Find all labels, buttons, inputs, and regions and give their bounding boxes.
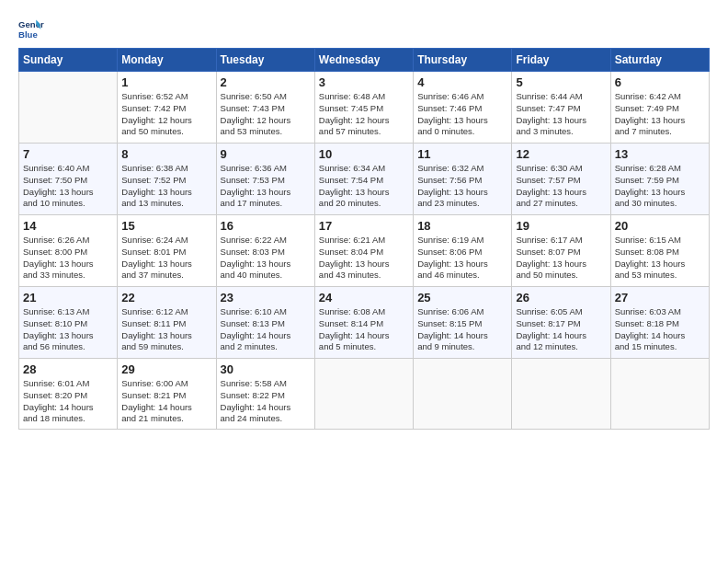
- cell-details: Sunrise: 6:24 AMSunset: 8:01 PMDaylight:…: [121, 235, 211, 282]
- cell-details: Sunrise: 6:19 AMSunset: 8:06 PMDaylight:…: [417, 235, 507, 282]
- cell-details: Sunrise: 6:40 AMSunset: 7:50 PMDaylight:…: [23, 163, 113, 210]
- cell-details: Sunrise: 6:01 AMSunset: 8:20 PMDaylight:…: [23, 378, 113, 425]
- day-number: 15: [121, 219, 211, 233]
- calendar-cell: [610, 359, 709, 430]
- calendar-cell: 5Sunrise: 6:44 AMSunset: 7:47 PMDaylight…: [512, 72, 610, 144]
- day-number: 2: [221, 75, 311, 89]
- weekday-header-cell: Tuesday: [216, 49, 314, 72]
- calendar-cell: 30Sunrise: 5:58 AMSunset: 8:22 PMDayligh…: [216, 359, 314, 430]
- weekday-header-cell: Sunday: [19, 49, 118, 72]
- day-number: 19: [516, 219, 606, 233]
- calendar-cell: 9Sunrise: 6:36 AMSunset: 7:53 PMDaylight…: [216, 144, 314, 215]
- header-row: General Blue: [18, 17, 710, 42]
- calendar-week-row: 14Sunrise: 6:26 AMSunset: 8:00 PMDayligh…: [19, 215, 710, 287]
- day-number: 17: [319, 219, 409, 233]
- cell-details: Sunrise: 6:17 AMSunset: 8:07 PMDaylight:…: [516, 235, 606, 282]
- calendar-cell: 1Sunrise: 6:52 AMSunset: 7:42 PMDaylight…: [118, 72, 216, 144]
- calendar-cell: [414, 359, 512, 430]
- cell-details: Sunrise: 6:13 AMSunset: 8:10 PMDaylight:…: [23, 306, 113, 353]
- calendar-cell: 13Sunrise: 6:28 AMSunset: 7:59 PMDayligh…: [610, 144, 709, 215]
- calendar-week-row: 1Sunrise: 6:52 AMSunset: 7:42 PMDaylight…: [19, 72, 710, 144]
- day-number: 24: [319, 291, 409, 304]
- cell-details: Sunrise: 6:34 AMSunset: 7:54 PMDaylight:…: [319, 163, 409, 210]
- weekday-header-cell: Monday: [118, 49, 216, 72]
- calendar-cell: 10Sunrise: 6:34 AMSunset: 7:54 PMDayligh…: [314, 144, 413, 215]
- calendar-cell: 19Sunrise: 6:17 AMSunset: 8:07 PMDayligh…: [512, 215, 610, 287]
- day-number: 23: [221, 291, 311, 304]
- day-number: 10: [319, 147, 409, 161]
- calendar-table: SundayMondayTuesdayWednesdayThursdayFrid…: [18, 48, 710, 430]
- day-number: 3: [319, 75, 409, 89]
- cell-details: Sunrise: 6:12 AMSunset: 8:11 PMDaylight:…: [121, 306, 211, 353]
- cell-details: Sunrise: 6:36 AMSunset: 7:53 PMDaylight:…: [221, 163, 311, 210]
- calendar-cell: 2Sunrise: 6:50 AMSunset: 7:43 PMDaylight…: [216, 72, 314, 144]
- cell-details: Sunrise: 6:48 AMSunset: 7:45 PMDaylight:…: [319, 91, 409, 138]
- day-number: 29: [121, 362, 211, 376]
- day-number: 1: [121, 75, 211, 89]
- calendar-cell: 27Sunrise: 6:03 AMSunset: 8:18 PMDayligh…: [610, 287, 709, 359]
- day-number: 27: [615, 291, 705, 304]
- weekday-header-row: SundayMondayTuesdayWednesdayThursdayFrid…: [19, 49, 710, 72]
- day-number: 11: [417, 147, 507, 161]
- cell-details: Sunrise: 6:52 AMSunset: 7:42 PMDaylight:…: [121, 91, 211, 138]
- cell-details: Sunrise: 6:26 AMSunset: 8:00 PMDaylight:…: [23, 235, 113, 282]
- calendar-week-row: 28Sunrise: 6:01 AMSunset: 8:20 PMDayligh…: [19, 359, 710, 430]
- calendar-cell: 23Sunrise: 6:10 AMSunset: 8:13 PMDayligh…: [216, 287, 314, 359]
- calendar-cell: 18Sunrise: 6:19 AMSunset: 8:06 PMDayligh…: [414, 215, 512, 287]
- cell-details: Sunrise: 6:28 AMSunset: 7:59 PMDaylight:…: [615, 163, 705, 210]
- calendar-cell: 20Sunrise: 6:15 AMSunset: 8:08 PMDayligh…: [610, 215, 709, 287]
- calendar-cell: 15Sunrise: 6:24 AMSunset: 8:01 PMDayligh…: [118, 215, 216, 287]
- calendar-cell: 22Sunrise: 6:12 AMSunset: 8:11 PMDayligh…: [118, 287, 216, 359]
- calendar-cell: [314, 359, 413, 430]
- day-number: 18: [417, 219, 507, 233]
- calendar-cell: 3Sunrise: 6:48 AMSunset: 7:45 PMDaylight…: [314, 72, 413, 144]
- day-number: 21: [23, 291, 113, 304]
- weekday-header-cell: Saturday: [610, 49, 709, 72]
- day-number: 12: [516, 147, 606, 161]
- calendar-week-row: 7Sunrise: 6:40 AMSunset: 7:50 PMDaylight…: [19, 144, 710, 215]
- calendar-cell: 7Sunrise: 6:40 AMSunset: 7:50 PMDaylight…: [19, 144, 118, 215]
- weekday-header-cell: Wednesday: [314, 49, 413, 72]
- logo-icon: General Blue: [18, 17, 44, 42]
- day-number: 8: [121, 147, 211, 161]
- cell-details: Sunrise: 6:30 AMSunset: 7:57 PMDaylight:…: [516, 163, 606, 210]
- cell-details: Sunrise: 6:05 AMSunset: 8:17 PMDaylight:…: [516, 306, 606, 353]
- calendar-cell: 14Sunrise: 6:26 AMSunset: 8:00 PMDayligh…: [19, 215, 118, 287]
- calendar-cell: 17Sunrise: 6:21 AMSunset: 8:04 PMDayligh…: [314, 215, 413, 287]
- calendar-cell: 28Sunrise: 6:01 AMSunset: 8:20 PMDayligh…: [19, 359, 118, 430]
- cell-details: Sunrise: 6:42 AMSunset: 7:49 PMDaylight:…: [615, 91, 705, 138]
- calendar-cell: 4Sunrise: 6:46 AMSunset: 7:46 PMDaylight…: [414, 72, 512, 144]
- calendar-cell: 21Sunrise: 6:13 AMSunset: 8:10 PMDayligh…: [19, 287, 118, 359]
- calendar-cell: 12Sunrise: 6:30 AMSunset: 7:57 PMDayligh…: [512, 144, 610, 215]
- cell-details: Sunrise: 5:58 AMSunset: 8:22 PMDaylight:…: [221, 378, 311, 425]
- cell-details: Sunrise: 6:32 AMSunset: 7:56 PMDaylight:…: [417, 163, 507, 210]
- day-number: 9: [221, 147, 311, 161]
- calendar-cell: 11Sunrise: 6:32 AMSunset: 7:56 PMDayligh…: [414, 144, 512, 215]
- calendar-body: 1Sunrise: 6:52 AMSunset: 7:42 PMDaylight…: [19, 72, 710, 430]
- cell-details: Sunrise: 6:50 AMSunset: 7:43 PMDaylight:…: [221, 91, 311, 138]
- day-number: 14: [23, 219, 113, 233]
- day-number: 28: [23, 362, 113, 376]
- cell-details: Sunrise: 6:38 AMSunset: 7:52 PMDaylight:…: [121, 163, 211, 210]
- cell-details: Sunrise: 6:03 AMSunset: 8:18 PMDaylight:…: [615, 306, 705, 353]
- calendar-cell: 8Sunrise: 6:38 AMSunset: 7:52 PMDaylight…: [118, 144, 216, 215]
- calendar-week-row: 21Sunrise: 6:13 AMSunset: 8:10 PMDayligh…: [19, 287, 710, 359]
- day-number: 6: [615, 75, 705, 89]
- day-number: 5: [516, 75, 606, 89]
- calendar-cell: 25Sunrise: 6:06 AMSunset: 8:15 PMDayligh…: [414, 287, 512, 359]
- weekday-header-cell: Friday: [512, 49, 610, 72]
- day-number: 26: [516, 291, 606, 304]
- calendar-cell: 29Sunrise: 6:00 AMSunset: 8:21 PMDayligh…: [118, 359, 216, 430]
- svg-text:Blue: Blue: [18, 29, 38, 40]
- cell-details: Sunrise: 6:10 AMSunset: 8:13 PMDaylight:…: [221, 306, 311, 353]
- calendar-cell: 24Sunrise: 6:08 AMSunset: 8:14 PMDayligh…: [314, 287, 413, 359]
- main-container: General Blue SundayMondayTuesdayWednesda…: [0, 0, 728, 439]
- day-number: 13: [615, 147, 705, 161]
- day-number: 20: [615, 219, 705, 233]
- cell-details: Sunrise: 6:46 AMSunset: 7:46 PMDaylight:…: [417, 91, 507, 138]
- day-number: 25: [417, 291, 507, 304]
- calendar-cell: [512, 359, 610, 430]
- day-number: 7: [23, 147, 113, 161]
- cell-details: Sunrise: 6:44 AMSunset: 7:47 PMDaylight:…: [516, 91, 606, 138]
- weekday-header-cell: Thursday: [414, 49, 512, 72]
